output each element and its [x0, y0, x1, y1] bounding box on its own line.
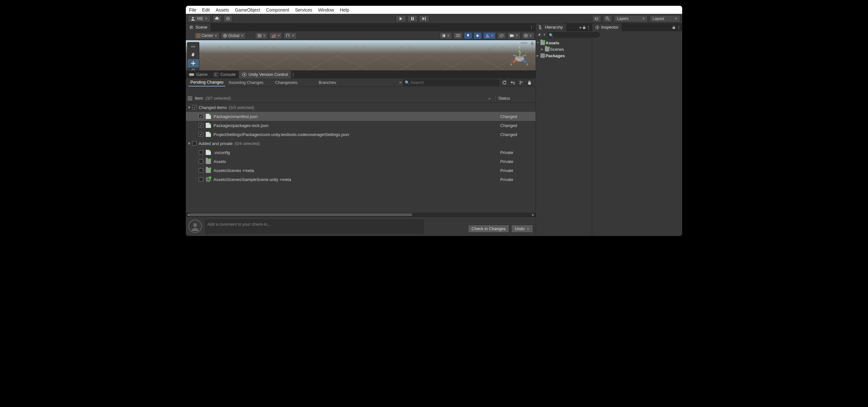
step-button[interactable]: [419, 15, 429, 22]
group-changed[interactable]: ▼ Changed items (3/3 selected): [186, 103, 535, 112]
scroll-right-icon[interactable]: ▶: [532, 213, 534, 216]
row-checkbox[interactable]: [199, 168, 203, 173]
lock-icon[interactable]: [672, 25, 676, 29]
file-row[interactable]: .vsconfig Private: [186, 148, 535, 157]
lock-vc-button[interactable]: [526, 80, 533, 86]
hidden-toggle[interactable]: [497, 32, 506, 39]
global-search-button[interactable]: [603, 15, 612, 22]
camera-button[interactable]: ▼: [507, 32, 521, 39]
undo-vc-button[interactable]: [509, 80, 516, 86]
pause-button[interactable]: [407, 15, 417, 22]
subtab-incoming[interactable]: Incoming Changes: [227, 79, 265, 86]
mode-2d-toggle[interactable]: 2D: [453, 32, 463, 39]
rotate-tool[interactable]: [187, 67, 199, 71]
col-item-label[interactable]: Item: [195, 96, 203, 101]
file-row[interactable]: Packages\manifest.json Changed: [186, 112, 535, 121]
draw-mode-button[interactable]: ▼: [439, 32, 452, 39]
hierarchy-search-input[interactable]: [547, 32, 600, 37]
tab-console[interactable]: Console: [211, 71, 239, 79]
sort-indicator-icon[interactable]: ▲: [488, 97, 493, 100]
move-tool[interactable]: [187, 59, 199, 67]
menu-edit[interactable]: Edit: [202, 7, 210, 12]
tab-version-control[interactable]: Unity Version Control: [239, 71, 291, 79]
create-button[interactable]: ＋: [537, 32, 542, 38]
subtab-changesets[interactable]: Changesets: [273, 79, 299, 86]
scene-viewport[interactable]: x y z: [186, 40, 535, 71]
file-row[interactable]: ProjectSettings\Packages\com.unity.testt…: [186, 130, 535, 139]
menu-assets[interactable]: Assets: [216, 7, 229, 12]
cloud-button[interactable]: [213, 15, 221, 22]
file-row[interactable]: Packages\packages-lock.json Changed: [186, 121, 535, 130]
file-row[interactable]: Assets Private: [186, 157, 535, 166]
layout-dropdown[interactable]: Layout▼: [650, 15, 680, 22]
subtab-pending[interactable]: Pending Changes: [188, 79, 225, 87]
tab-options[interactable]: ⋮: [586, 25, 591, 30]
menu-window[interactable]: Window: [318, 7, 334, 12]
grid-snap-button[interactable]: ▼: [255, 32, 268, 39]
scene-tab-bar: Scene ⋮: [186, 24, 535, 31]
row-checkbox[interactable]: [199, 177, 203, 182]
menu-help[interactable]: Help: [340, 7, 349, 12]
subtab-branches[interactable]: Branches: [317, 79, 338, 86]
tab-inspector[interactable]: Inspector: [592, 24, 621, 31]
lock-icon[interactable]: [583, 25, 586, 29]
group-added[interactable]: ▼ Added and private (0/4 selected): [186, 139, 535, 148]
refresh-button[interactable]: [501, 80, 508, 86]
menu-services[interactable]: Services: [295, 7, 312, 12]
row-checkbox[interactable]: [199, 123, 203, 128]
clear-search-button[interactable]: ×: [399, 80, 402, 85]
menu-component[interactable]: Component: [266, 7, 289, 12]
tab-options[interactable]: ⋮: [528, 25, 535, 30]
row-checkbox[interactable]: [199, 150, 203, 155]
lighting-toggle[interactable]: [464, 32, 472, 39]
group-checkbox[interactable]: [192, 105, 197, 109]
file-row[interactable]: Assets\Scenes\SampleScene.unity +meta Pr…: [186, 175, 535, 184]
audio-toggle[interactable]: [473, 32, 482, 39]
select-all-checkbox[interactable]: –: [188, 96, 192, 101]
hand-tool[interactable]: [187, 51, 199, 59]
fx-toggle[interactable]: ▼: [483, 32, 496, 39]
scroll-thumb[interactable]: [189, 214, 412, 216]
checkin-button[interactable]: Check in Changes: [468, 225, 509, 233]
snap-increment-button[interactable]: ▼: [269, 32, 282, 39]
col-status-label[interactable]: Status: [498, 96, 534, 101]
hierarchy-item-assets[interactable]: ▼Assets: [536, 39, 591, 46]
checkin-comment-input[interactable]: Add a comment to your check-in...: [205, 220, 424, 234]
expand-icon[interactable]: ▼: [187, 141, 190, 146]
tab-options[interactable]: ⋮: [291, 72, 295, 77]
layers-dropdown[interactable]: Layers▼: [614, 15, 648, 22]
file-row[interactable]: Assets\Scenes +meta Private: [186, 166, 535, 175]
hierarchy-item-packages[interactable]: ▶Packages: [536, 53, 591, 59]
branch-vc-button[interactable]: [518, 80, 525, 86]
snap-toggle[interactable]: ▼: [283, 32, 297, 39]
orientation-gizmo[interactable]: x y z: [507, 43, 532, 69]
group-checkbox[interactable]: [192, 141, 197, 146]
tab-hierarchy[interactable]: Hierarchy: [536, 24, 566, 31]
menu-file[interactable]: File: [189, 7, 196, 12]
settings-scope-button[interactable]: [223, 15, 232, 22]
expand-icon[interactable]: ▶: [541, 48, 544, 51]
tab-game[interactable]: Game: [186, 71, 211, 79]
undo-history-button[interactable]: [592, 15, 601, 22]
handle-dropdown[interactable]: Global▼: [221, 32, 246, 39]
menu-gameobject[interactable]: GameObject: [235, 7, 260, 12]
row-checkbox[interactable]: [199, 114, 203, 119]
undo-button[interactable]: Undo▼: [511, 225, 533, 233]
tab-scene[interactable]: Scene: [186, 24, 211, 31]
pivot-dropdown[interactable]: Center▼: [194, 32, 220, 39]
play-hierarchy-icon[interactable]: ▶: [580, 26, 582, 29]
expand-icon[interactable]: ▼: [187, 105, 190, 110]
drag-handle[interactable]: [187, 42, 199, 51]
horizontal-scrollbar[interactable]: ◀ ▶: [186, 213, 535, 217]
expand-icon[interactable]: ▶: [536, 54, 540, 57]
tab-options[interactable]: ⋮: [677, 25, 681, 30]
play-button[interactable]: [396, 15, 406, 22]
gizmos-button[interactable]: ▼: [522, 32, 534, 39]
row-checkbox[interactable]: [199, 159, 203, 164]
scroll-left-icon[interactable]: ◀: [187, 213, 189, 216]
account-button[interactable]: MB ▼: [188, 15, 211, 22]
search-input[interactable]: [403, 80, 500, 86]
expand-icon[interactable]: ▼: [536, 41, 540, 44]
hierarchy-item-scenes[interactable]: ▶Scenes: [536, 46, 591, 53]
row-checkbox[interactable]: [199, 132, 203, 137]
